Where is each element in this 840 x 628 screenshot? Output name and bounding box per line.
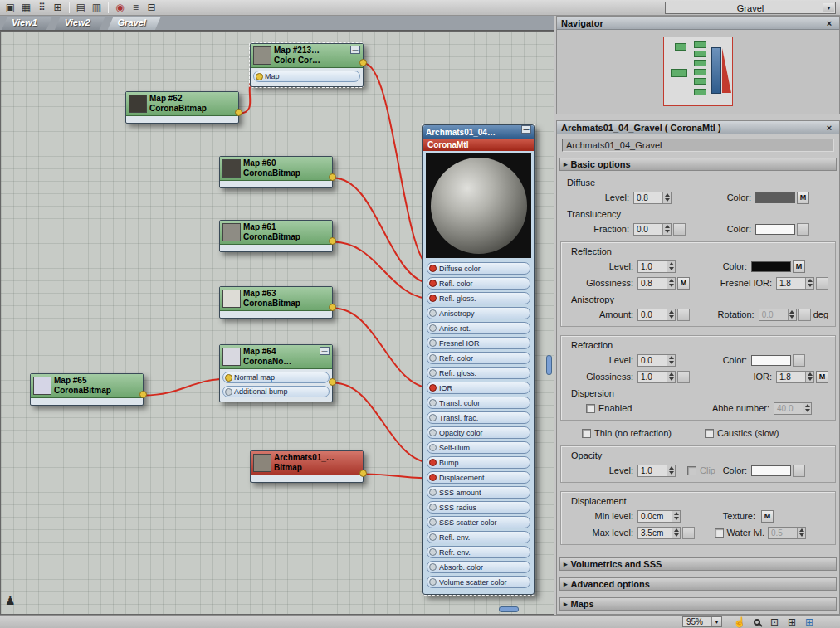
minimize-icon[interactable]: — <box>350 46 360 54</box>
translucency-fraction-map-button[interactable] <box>673 223 686 236</box>
output-socket[interactable] <box>235 109 242 116</box>
zoom-extents-selected-icon[interactable]: ⊞ <box>802 616 817 628</box>
spinner-arrows-icon[interactable] <box>788 309 796 320</box>
input-socket[interactable] <box>429 399 437 406</box>
input-socket[interactable] <box>429 518 437 526</box>
node-slot[interactable]: Additional bump <box>222 386 330 397</box>
material-slot[interactable]: Volume scatter color <box>427 576 530 588</box>
map-node-60[interactable]: Map #60CoronaBitmap <box>219 156 333 188</box>
pan-view-icon[interactable]: ☝ <box>732 616 747 628</box>
diffuse-level-spinner[interactable]: 0.8 <box>633 192 672 204</box>
map-node-213[interactable]: Map #213…Color Cor…—Map <box>250 43 364 87</box>
tab-view1[interactable]: View1 <box>2 17 52 30</box>
material-slot[interactable]: Refl. color <box>427 277 530 290</box>
spinner-arrows-icon[interactable] <box>667 372 675 382</box>
opacity-color-swatch[interactable] <box>751 465 791 476</box>
reflection-color-map-button[interactable]: M <box>793 260 805 273</box>
map-node-65[interactable]: Map #65CoronaBitmap <box>30 373 144 406</box>
params-titlebar[interactable]: Archmats01_04_Gravel ( CoronaMtl ) × <box>557 121 839 134</box>
refraction-color-map-button[interactable] <box>793 354 805 367</box>
input-socket[interactable] <box>429 295 437 302</box>
material-slot[interactable]: IOR <box>427 382 530 394</box>
material-slot[interactable]: Displacement <box>427 471 530 484</box>
material-slot[interactable]: Fresnel IOR <box>427 337 530 349</box>
thin-checkbox[interactable] <box>582 429 591 438</box>
map-node-64[interactable]: Map #64CoronaNo…—Normal mapAdditional bu… <box>219 344 333 402</box>
minimize-icon[interactable]: — <box>320 347 330 355</box>
input-socket[interactable] <box>429 578 437 586</box>
spinner-arrows-icon[interactable] <box>805 372 813 382</box>
material-slot[interactable]: SSS radius <box>427 501 530 514</box>
show-list-icon[interactable]: ≡ <box>128 1 144 14</box>
displacement-texture-button[interactable]: M <box>761 510 774 523</box>
material-slot[interactable]: SSS amount <box>427 486 530 499</box>
refraction-color-swatch[interactable] <box>751 355 791 366</box>
material-slot[interactable]: SSS scatter color <box>427 516 530 528</box>
input-socket[interactable] <box>429 414 437 421</box>
refraction-level-spinner[interactable]: 0.0 <box>637 354 676 367</box>
rotation-map-button[interactable] <box>798 309 811 321</box>
map-node-61[interactable]: Map #61CoronaBitmap <box>219 220 333 252</box>
new-view-icon[interactable]: ▣ <box>2 1 18 14</box>
spinner-arrows-icon[interactable] <box>805 278 813 289</box>
opacity-level-spinner[interactable]: 1.0 <box>637 465 676 477</box>
spinner-arrows-icon[interactable] <box>797 528 805 538</box>
input-socket[interactable] <box>429 548 437 556</box>
input-socket[interactable] <box>429 563 437 571</box>
output-socket[interactable] <box>329 304 336 311</box>
output-socket[interactable] <box>359 470 367 477</box>
material-node-header[interactable]: Archmats01_04…— <box>423 125 534 139</box>
spinner-arrows-icon[interactable] <box>662 224 671 235</box>
input-socket[interactable] <box>429 369 437 377</box>
spinner-arrows-icon[interactable] <box>672 528 680 538</box>
input-socket[interactable] <box>225 374 232 382</box>
connection-wire[interactable] <box>144 379 230 396</box>
material-slot[interactable]: Diffuse color <box>427 262 530 275</box>
chevron-down-icon[interactable]: ▼ <box>823 3 834 12</box>
move-children-icon[interactable]: ⊞ <box>50 1 66 14</box>
node-editor-canvas[interactable]: ♟ Map #213…Color Cor…—MapMap #62CoronaBi… <box>0 31 554 615</box>
output-socket[interactable] <box>329 173 336 181</box>
input-socket[interactable] <box>429 280 437 287</box>
input-socket[interactable] <box>429 309 437 317</box>
navigator-minimap[interactable] <box>557 30 839 114</box>
diffuse-color-map-button[interactable]: M <box>797 192 809 204</box>
material-slot[interactable]: Transl. frac. <box>427 411 530 424</box>
input-socket[interactable] <box>225 388 232 396</box>
translucency-color-swatch[interactable] <box>755 224 795 235</box>
spinner-arrows-icon[interactable] <box>667 309 675 320</box>
layout-all-icon[interactable]: ▤ <box>73 1 89 14</box>
material-slot[interactable]: Refr. env. <box>427 546 530 558</box>
output-socket[interactable] <box>329 237 336 245</box>
spinner-arrows-icon[interactable] <box>667 465 675 476</box>
water-level-checkbox[interactable] <box>715 528 724 538</box>
zoom-tool-icon[interactable] <box>750 616 764 628</box>
abbe-number-spinner[interactable]: 40.0 <box>774 402 812 415</box>
enabled-checkbox[interactable] <box>586 404 595 413</box>
minimize-icon[interactable]: — <box>521 125 531 134</box>
water-level-spinner[interactable]: 0.5 <box>768 527 806 539</box>
connection-wire[interactable] <box>334 309 434 389</box>
horizontal-scrollbar-thumb[interactable] <box>499 606 519 612</box>
clip-checkbox[interactable] <box>687 466 696 475</box>
reflection-glossiness-spinner[interactable]: 0.8 <box>637 277 676 290</box>
layout-children-icon[interactable]: ▥ <box>89 1 105 14</box>
connection-wire[interactable] <box>334 242 434 299</box>
navigator-titlebar[interactable]: Navigator × <box>557 17 839 30</box>
translucency-color-map-button[interactable] <box>797 223 809 236</box>
connection-wire[interactable] <box>334 178 434 285</box>
spinner-arrows-icon[interactable] <box>662 192 671 203</box>
input-socket[interactable] <box>429 444 437 451</box>
snap-to-grid-icon[interactable]: ⠿ <box>34 1 50 14</box>
zoom-level-dropdown[interactable]: 95% ▼ <box>682 616 722 627</box>
input-socket[interactable] <box>429 429 437 436</box>
input-socket[interactable] <box>429 489 437 496</box>
output-socket[interactable] <box>329 378 336 386</box>
rollout-volumetrics-sss[interactable]: ▸ Volumetrics and SSS <box>559 557 837 571</box>
input-socket[interactable] <box>256 73 263 80</box>
anisotropy-amount-spinner[interactable]: 0.0 <box>637 309 676 321</box>
max-level-spinner[interactable]: 3.5cm <box>637 527 681 539</box>
material-search-dropdown[interactable]: Gravel ▼ <box>665 2 836 14</box>
diffuse-color-swatch[interactable] <box>755 192 795 203</box>
close-icon[interactable]: × <box>823 123 835 133</box>
